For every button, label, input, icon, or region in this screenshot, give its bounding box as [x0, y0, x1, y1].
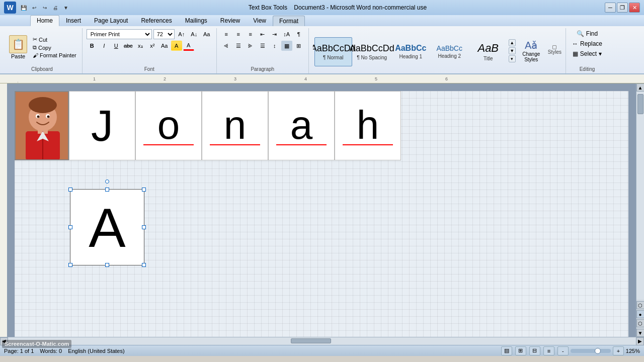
undo-button[interactable]: ↩ — [30, 3, 39, 12]
handle-top-left[interactable] — [68, 188, 72, 192]
replace-button[interactable]: ↔ Replace — [570, 39, 604, 48]
title-text: Text Box Tools Document3 - Microsoft Wor… — [249, 4, 427, 11]
handle-mid-right[interactable] — [142, 225, 146, 229]
show-hide-button[interactable]: ¶ — [293, 29, 304, 39]
font-size-select[interactable]: 72 — [153, 29, 175, 39]
italic-button[interactable]: I — [99, 41, 110, 51]
tab-mailings[interactable]: Mailings — [179, 15, 214, 26]
zoom-out-button[interactable]: - — [557, 346, 569, 355]
numbering-button[interactable]: ≡ — [233, 29, 244, 39]
style-normal[interactable]: AaBbCcDd ¶ Normal — [314, 37, 352, 66]
find-button[interactable]: 🔍 Find — [575, 29, 600, 38]
handle-top-center[interactable] — [105, 188, 109, 192]
close-button[interactable]: ✕ — [629, 3, 640, 13]
letter-tiles: J o n a h — [69, 91, 401, 160]
align-center-button[interactable]: ☰ — [233, 41, 244, 51]
print-layout-button[interactable]: ▤ — [501, 346, 512, 355]
select-button[interactable]: ▦ Select ▾ — [571, 49, 604, 58]
align-right-button[interactable]: ⫸ — [245, 41, 256, 51]
superscript-button[interactable]: x² — [147, 41, 158, 51]
zoom-slider[interactable] — [571, 349, 611, 353]
word-icon: W — [4, 2, 16, 14]
scroll-right-button[interactable]: ▶ — [636, 337, 644, 345]
font-name-select[interactable]: Primer Print — [87, 29, 152, 39]
handle-bot-center[interactable] — [105, 263, 109, 267]
grow-font-button[interactable]: A↑ — [176, 29, 187, 39]
outline-button[interactable]: ≡ — [543, 346, 554, 355]
style-scroll-expand[interactable]: ▾ — [509, 55, 516, 62]
full-screen-button[interactable]: ⊞ — [515, 346, 526, 355]
handle-mid-left[interactable] — [68, 225, 72, 229]
h-scroll-thumb[interactable] — [291, 338, 331, 343]
tab-page-layout[interactable]: Page Layout — [88, 15, 134, 26]
tab-review[interactable]: Review — [214, 15, 247, 26]
copy-button[interactable]: ⧉ Copy — [31, 44, 78, 51]
highlight-color-button[interactable]: A — [171, 41, 182, 51]
tab-home[interactable]: Home — [30, 15, 59, 26]
next-page-button[interactable]: ⬡ — [636, 319, 645, 327]
bullets-button[interactable]: ≡ — [221, 29, 232, 39]
paragraph-row1: ≡ ≡ ≡ ⇤ ⇥ ↕A ¶ — [221, 29, 304, 39]
cut-button[interactable]: ✂ Cut — [31, 36, 78, 43]
tab-references[interactable]: References — [134, 15, 178, 26]
justify-button[interactable]: ☰ — [257, 41, 268, 51]
line-spacing-button[interactable]: ↕ — [269, 41, 280, 51]
subscript-button[interactable]: x₂ — [135, 41, 146, 51]
styles-gallery: AaBbCcDd ¶ Normal AaBbCcDd ¶ No Spacing … — [313, 36, 509, 66]
h-scroll-track[interactable] — [8, 337, 636, 345]
save-button[interactable]: 💾 — [19, 3, 28, 12]
rotation-handle[interactable] — [105, 179, 109, 184]
handle-bot-left[interactable] — [68, 263, 72, 267]
change-case-button[interactable]: Aa — [159, 41, 170, 51]
format-painter-button[interactable]: 🖌 Format Painter — [31, 52, 78, 59]
tab-format[interactable]: Format — [273, 16, 305, 26]
style-scroll-down[interactable]: ▼ — [509, 47, 516, 54]
tab-insert[interactable]: Insert — [59, 15, 88, 26]
strikethrough-button[interactable]: abc — [123, 41, 134, 51]
scroll-down-button[interactable]: ▼ — [636, 329, 645, 337]
style-heading2[interactable]: AaBbCc Heading 2 — [431, 37, 468, 66]
minimize-button[interactable]: ─ — [605, 3, 616, 13]
select-browse-button[interactable]: ● — [636, 310, 645, 318]
status-right: ▤ ⊞ ⊟ ≡ - + 125% — [501, 346, 640, 355]
svg-rect-0 — [18, 74, 621, 83]
styles-dialog-launcher[interactable] — [552, 45, 556, 49]
style-title-label: Title — [484, 56, 493, 61]
styles-group: AaBbCcDd ¶ Normal AaBbCcDd ¶ No Spacing … — [309, 28, 566, 73]
style-heading1[interactable]: AaBbCc Heading 1 — [392, 37, 430, 66]
shading-button[interactable]: ▦ — [281, 41, 292, 51]
font-color-button[interactable]: A — [183, 41, 194, 51]
tab-view[interactable]: View — [247, 15, 273, 26]
borders-button[interactable]: ⊞ — [293, 41, 304, 51]
restore-button[interactable]: ❐ — [617, 3, 628, 13]
print-button[interactable]: 🖨 — [51, 3, 60, 12]
bold-button[interactable]: B — [87, 41, 98, 51]
underline-button[interactable]: U — [111, 41, 122, 51]
prev-page-button[interactable]: ⬡ — [636, 301, 645, 309]
clear-format-button[interactable]: Aa — [201, 29, 212, 39]
multilevel-list-button[interactable]: ≡ — [245, 29, 256, 39]
increase-indent-button[interactable]: ⇥ — [269, 29, 280, 39]
handle-top-right[interactable] — [142, 188, 146, 192]
zoom-thumb — [595, 348, 601, 354]
paste-button[interactable]: 📋 Paste — [6, 34, 30, 60]
scroll-track[interactable] — [636, 92, 644, 300]
sort-button[interactable]: ↕A — [281, 29, 292, 39]
zoom-in-button[interactable]: + — [613, 346, 624, 355]
change-styles-button[interactable]: Aǎ Change Styles — [516, 37, 547, 64]
canvas-area[interactable]: J o n a h — [7, 83, 636, 337]
more-button[interactable]: ▼ — [61, 3, 70, 12]
scroll-thumb[interactable] — [637, 94, 643, 114]
align-left-button[interactable]: ⫷ — [221, 41, 232, 51]
text-box-A[interactable]: A — [70, 189, 144, 265]
handle-bot-right[interactable] — [142, 263, 146, 267]
style-no-spacing[interactable]: AaBbCcDd ¶ No Spacing — [353, 37, 391, 66]
web-layout-button[interactable]: ⊟ — [529, 346, 540, 355]
decrease-indent-button[interactable]: ⇤ — [257, 29, 268, 39]
font-content: Primer Print 72 A↑ A↓ Aa B I U abc x₂ x²… — [87, 29, 212, 65]
shrink-font-button[interactable]: A↓ — [189, 29, 200, 39]
style-scroll-up[interactable]: ▲ — [509, 39, 516, 46]
style-title[interactable]: AaB Title — [469, 37, 507, 66]
scroll-up-button[interactable]: ▲ — [636, 83, 645, 92]
redo-button[interactable]: ↪ — [40, 3, 49, 12]
